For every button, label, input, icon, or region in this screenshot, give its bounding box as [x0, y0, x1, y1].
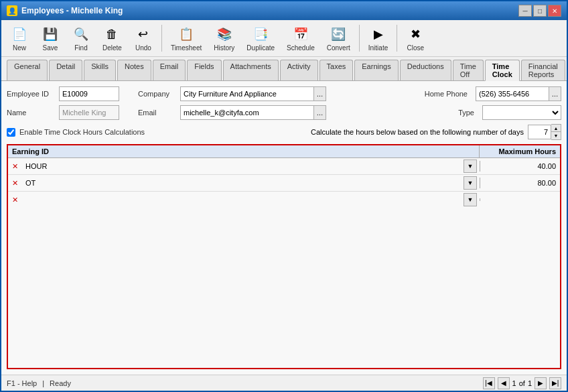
delete-button[interactable]: 🗑 Delete — [98, 23, 127, 54]
window-close-button[interactable]: ✕ — [548, 5, 561, 17]
find-icon: 🔍 — [72, 25, 90, 44]
nav-prev-button[interactable]: ◀ — [498, 377, 510, 389]
nav-first-button[interactable]: |◀ — [483, 377, 495, 389]
email-input[interactable] — [180, 105, 314, 120]
employee-id-input[interactable] — [59, 86, 119, 101]
tabs-bar: General Detail Skills Notes Email Fields… — [1, 57, 567, 81]
tab-general[interactable]: General — [7, 60, 48, 80]
duplicate-button[interactable]: 📑 Duplicate — [242, 23, 279, 54]
close-button[interactable]: ✖ Close — [401, 23, 429, 54]
toolbar: 📄 New 💾 Save 🔍 Find 🗑 Delete ↩ Undo 📋 Ti… — [1, 20, 567, 57]
title-bar: 👤 Employees - Michelle King ─ □ ✕ — [1, 1, 567, 20]
status-right: |◀ ◀ 1 of 1 ▶ ▶| — [483, 377, 561, 389]
tab-financial-reports[interactable]: Financial Reports — [521, 60, 565, 80]
convert-button[interactable]: 🔄 Convert — [322, 23, 355, 54]
home-phone-btn[interactable]: … — [549, 86, 561, 101]
separator-2 — [359, 25, 360, 52]
email-label: Email — [138, 109, 175, 117]
status-left: F1 - Help | Ready — [7, 379, 71, 387]
form-row-1: Employee ID Company … Home Phone … — [7, 86, 561, 101]
maximize-button[interactable]: □ — [533, 5, 547, 17]
duplicate-icon: 📑 — [251, 25, 270, 44]
delete-icon: 🗑 — [102, 25, 121, 44]
page-of: of — [519, 379, 525, 387]
company-btn[interactable]: … — [314, 86, 326, 101]
tab-activity[interactable]: Activity — [280, 60, 318, 80]
tab-attachments[interactable]: Attachments — [223, 60, 279, 80]
undo-icon: ↩ — [134, 25, 153, 44]
tab-taxes[interactable]: Taxes — [320, 60, 354, 80]
history-button[interactable]: 📚 History — [209, 23, 239, 54]
initiate-label: Initiate — [368, 44, 388, 52]
tab-skills[interactable]: Skills — [84, 60, 116, 80]
timesheet-button[interactable]: 📋 Timesheet — [166, 23, 206, 54]
initiate-button[interactable]: ▶ Initiate — [364, 23, 393, 54]
new-button[interactable]: 📄 New — [5, 23, 33, 54]
hours-row: Enable Time Clock Hours Calculations Cal… — [7, 124, 561, 140]
days-down-button[interactable]: ▼ — [551, 132, 561, 139]
tab-detail[interactable]: Detail — [49, 60, 82, 80]
tab-deductions[interactable]: Deductions — [400, 60, 451, 80]
initiate-icon: ▶ — [369, 25, 388, 44]
row-3-max-hours — [480, 198, 560, 201]
nav-next-button[interactable]: ▶ — [535, 377, 547, 389]
enable-timeclock-checkbox[interactable] — [7, 128, 15, 137]
row-1-earning-input[interactable] — [24, 161, 461, 172]
hours-right: Calculate the hours below based on the f… — [311, 124, 561, 140]
separator-3 — [397, 25, 397, 52]
row-2-delete-btn[interactable]: ✕ — [8, 179, 21, 188]
row-1-delete-btn[interactable]: ✕ — [8, 162, 21, 171]
row-3-delete-btn[interactable]: ✕ — [8, 196, 21, 204]
tab-notes[interactable]: Notes — [117, 60, 151, 80]
tab-time-off[interactable]: Time Off — [453, 60, 484, 80]
find-button[interactable]: 🔍 Find — [67, 23, 95, 54]
earnings-table-container: Earning ID Maximum Hours ✕ ▼ 40.00 ✕ ▼ — [7, 144, 561, 369]
schedule-icon: 📅 — [291, 25, 310, 44]
history-label: History — [214, 44, 234, 52]
nav-last-button[interactable]: ▶| — [549, 377, 561, 389]
days-input[interactable] — [528, 125, 551, 139]
home-phone-input[interactable] — [476, 86, 549, 101]
content-area: Employee ID Company … Home Phone … Name … — [1, 81, 567, 375]
delete-label: Delete — [102, 44, 122, 52]
timesheet-icon: 📋 — [177, 25, 196, 44]
email-field-container: … — [180, 105, 326, 120]
col-earning-header: Earning ID — [8, 145, 480, 157]
timesheet-label: Timesheet — [171, 44, 202, 52]
find-label: Find — [74, 44, 87, 52]
company-input[interactable] — [180, 86, 314, 101]
type-select[interactable] — [482, 105, 561, 120]
row-3-earning-input[interactable] — [24, 194, 461, 205]
row-1-dropdown-btn[interactable]: ▼ — [464, 159, 477, 173]
row-2-earning-input[interactable] — [24, 178, 461, 188]
save-label: Save — [43, 44, 58, 52]
status-bar: F1 - Help | Ready |◀ ◀ 1 of 1 ▶ ▶| — [1, 375, 567, 391]
days-spinner: ▲ ▼ — [528, 124, 561, 140]
form-row-2: Name Email … Type — [7, 105, 561, 120]
tab-fields[interactable]: Fields — [187, 60, 221, 80]
col-max-header: Maximum Hours — [480, 145, 560, 157]
page-total: 1 — [528, 379, 532, 387]
tab-email[interactable]: Email — [153, 60, 186, 80]
row-2-dropdown-btn[interactable]: ▼ — [464, 176, 477, 190]
row-2-max-hours: 80.00 — [480, 178, 560, 188]
convert-icon: 🔄 — [329, 25, 348, 44]
status-text: Ready — [50, 379, 71, 387]
save-button[interactable]: 💾 Save — [36, 23, 64, 54]
name-label: Name — [7, 109, 54, 117]
email-btn[interactable]: … — [314, 105, 326, 120]
window-icon: 👤 — [7, 5, 17, 16]
name-input[interactable] — [59, 105, 119, 120]
minimize-button[interactable]: ─ — [518, 5, 532, 17]
days-up-button[interactable]: ▲ — [551, 125, 561, 132]
row-1-max-hours: 40.00 — [480, 161, 560, 172]
enable-timeclock-label: Enable Time Clock Hours Calculations — [19, 128, 145, 136]
title-bar-left: 👤 Employees - Michelle King — [7, 5, 123, 16]
tab-earnings[interactable]: Earnings — [354, 60, 398, 80]
table-row: ✕ ▼ — [8, 192, 560, 208]
schedule-button[interactable]: 📅 Schedule — [282, 23, 320, 54]
row-3-dropdown-btn[interactable]: ▼ — [464, 193, 477, 206]
tab-time-clock[interactable]: Time Clock — [485, 60, 520, 81]
undo-button[interactable]: ↩ Undo — [129, 23, 157, 54]
close-icon: ✖ — [406, 25, 425, 44]
